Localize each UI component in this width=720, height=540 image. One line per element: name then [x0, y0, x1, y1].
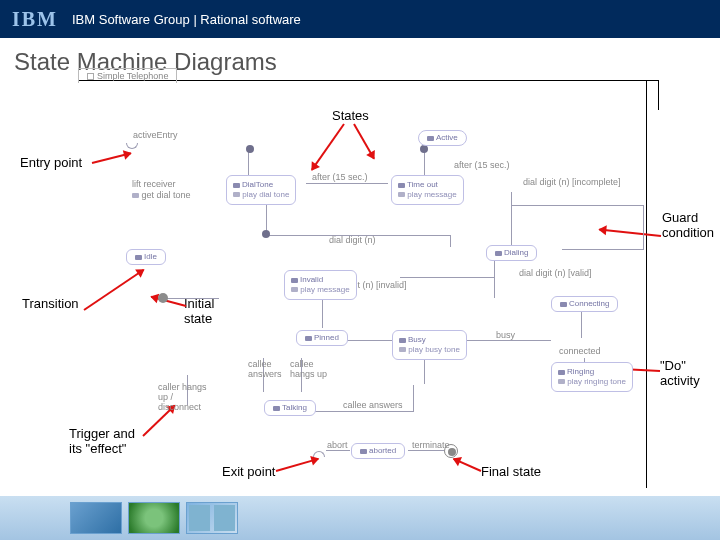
link [450, 235, 451, 247]
link [248, 150, 249, 178]
header-bar: IBM IBM Software Group | Rational softwa… [0, 0, 720, 38]
link [400, 277, 495, 278]
annot-initial-state: Initial state [184, 296, 224, 326]
initial-pseudostate [420, 145, 428, 153]
link [562, 249, 644, 250]
annot-states: States [332, 108, 369, 123]
footer [0, 496, 720, 540]
state-invalid: Invalid play message [284, 270, 357, 300]
txt-abort: abort [327, 440, 348, 450]
txt-dial-n: dial digit (n) [329, 235, 376, 245]
entry-label: activeEntry [133, 130, 178, 140]
annot-exit-point: Exit point [222, 464, 275, 479]
link [326, 450, 350, 451]
arrow [599, 229, 661, 237]
state-idle: Idle [126, 249, 166, 265]
annot-final-state: Final state [481, 464, 541, 479]
link [167, 298, 219, 299]
link [424, 358, 425, 384]
arrow [276, 458, 319, 472]
exit-point-node [313, 451, 325, 457]
txt-callee-answers: callee answers [248, 359, 284, 379]
link [408, 450, 444, 451]
state-active: Active [418, 130, 467, 146]
txt-after15b: after (15 sec.) [454, 160, 510, 170]
state-ringing: Ringing play ringing tone [551, 362, 633, 392]
annot-transition: Transition [22, 296, 79, 311]
state-talking: Talking [264, 400, 316, 416]
initial-state-dot [158, 293, 168, 303]
txt-callee-answers2: callee answers [343, 400, 403, 410]
state-dialing: Dialing [486, 245, 537, 261]
diagram-border [658, 80, 659, 110]
txt-caller-hangup: caller hangs up / disconnect [158, 382, 218, 412]
txt-terminate: terminate [412, 440, 450, 450]
diagram-tab: Simple Telephone [78, 68, 177, 83]
link [346, 340, 398, 341]
txt-after15: after (15 sec.) [312, 172, 368, 182]
annot-trigger: Trigger and its "effect" [69, 426, 149, 456]
state-connecting: Connecting [551, 296, 618, 312]
diagram-border [646, 80, 647, 488]
link [643, 205, 644, 250]
state-timeout: Time out play message [391, 175, 464, 205]
arrow [453, 458, 481, 472]
diagram-canvas: Simple Telephone States Entry point Guar… [6, 80, 676, 488]
link [494, 260, 495, 298]
txt-guard: dial digit (n) [incomplete] [523, 177, 621, 187]
annot-guard: Guard condition [662, 210, 720, 240]
annot-do-activity: "Do" activity [660, 358, 710, 388]
breadcrumb: IBM Software Group | Rational software [72, 12, 301, 27]
annot-entry-point: Entry point [20, 155, 82, 170]
tab-icon [87, 73, 94, 80]
link [511, 205, 643, 206]
arrow [311, 123, 345, 170]
arrow [92, 152, 131, 164]
txt-dial-valid: dial digit (n) [valid] [519, 268, 592, 278]
txt-busy: busy [496, 330, 515, 340]
state-dialtone: DialTone play dial tone [226, 175, 296, 205]
junction [262, 230, 270, 238]
footer-thumb [128, 502, 180, 534]
state-pinned: Pinned [296, 330, 348, 346]
initial-pseudostate [246, 145, 254, 153]
txt-get: get dial tone [132, 190, 191, 200]
link [306, 183, 388, 184]
txt-lift: lift receiver [132, 179, 176, 189]
link [581, 312, 582, 338]
footer-thumb [70, 502, 122, 534]
state-busy: Busy play busy tone [392, 330, 467, 360]
txt-connected: connected [559, 346, 601, 356]
arrow [83, 269, 144, 311]
footer-thumb [186, 502, 238, 534]
link [511, 192, 512, 247]
link [413, 385, 414, 412]
txt-callee-hangup: callee hangs up [290, 359, 328, 379]
ibm-logo: IBM [12, 8, 58, 31]
link [315, 411, 413, 412]
state-aborted: aborted [351, 443, 405, 459]
link [461, 340, 551, 341]
arrow [353, 124, 375, 160]
tab-label: Simple Telephone [97, 71, 168, 81]
link [424, 150, 425, 178]
